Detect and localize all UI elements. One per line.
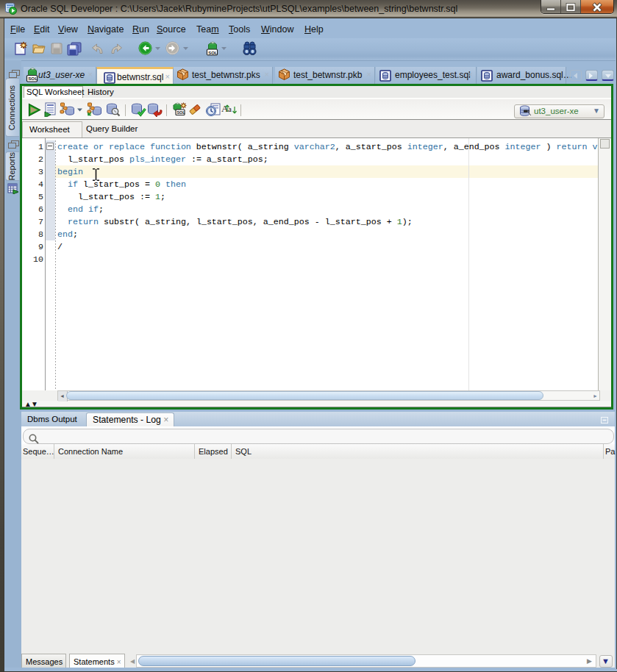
svg-text:SOL: SOL <box>28 76 38 81</box>
svg-text:SOL: SOL <box>176 110 185 115</box>
svg-text:SOL: SOL <box>208 51 218 55</box>
svg-text:a: a <box>228 104 232 113</box>
